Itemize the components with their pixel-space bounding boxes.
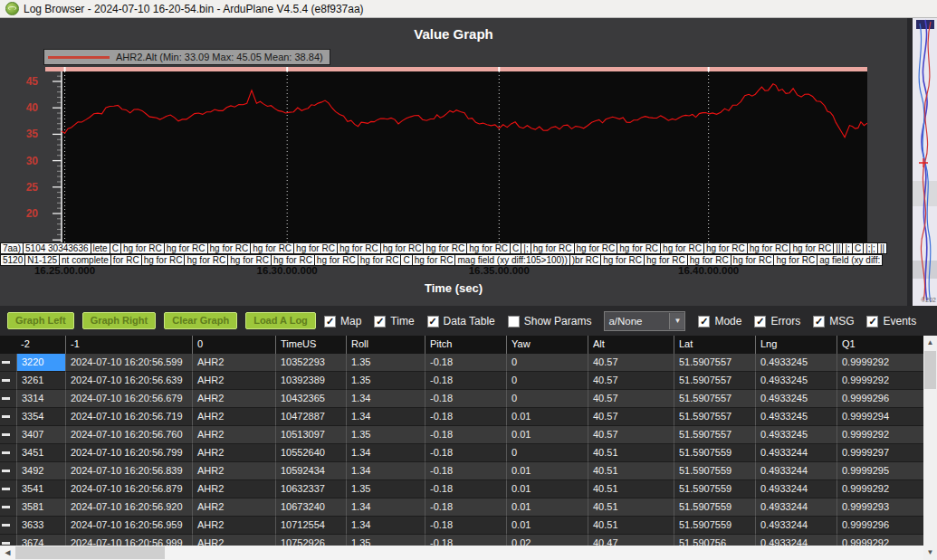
scroll-left-icon[interactable]: ◄: [0, 546, 15, 560]
table-cell[interactable]: 10392389: [275, 372, 346, 390]
event-marker[interactable]: hg for RC: [617, 242, 661, 254]
table-cell[interactable]: 3633: [16, 517, 65, 535]
scroll-down-icon[interactable]: ▼: [923, 546, 937, 560]
column-header-lng[interactable]: Lng: [755, 336, 837, 354]
table-cell[interactable]: -0.18: [425, 480, 506, 498]
checked-checkbox-icon[interactable]: ✓: [813, 316, 825, 327]
table-cell[interactable]: 0.4933244: [755, 462, 837, 480]
row-selector[interactable]: [0, 517, 16, 535]
event-marker[interactable]: hg for RC: [423, 242, 467, 254]
event-marker[interactable]: hg for RC: [250, 242, 294, 254]
table-cell[interactable]: 10472887: [275, 408, 346, 426]
checkbox-map[interactable]: ✓Map: [324, 315, 361, 327]
table-cell[interactable]: AHR2: [192, 444, 275, 462]
table-cell[interactable]: 0.9999292: [837, 426, 923, 444]
table-cell[interactable]: 0.4933244: [755, 480, 837, 498]
table-cell[interactable]: 1.34: [346, 462, 425, 480]
event-marker[interactable]: 7aa): [0, 242, 24, 254]
event-marker[interactable]: C: [110, 242, 121, 254]
row-selector[interactable]: [0, 480, 16, 498]
table-cell[interactable]: 3581: [16, 498, 65, 517]
table-cell[interactable]: 51.5907559: [674, 462, 755, 480]
table-cell[interactable]: AHR2: [192, 390, 275, 408]
row-selector[interactable]: [0, 444, 16, 462]
table-cell[interactable]: 0.4933245: [755, 426, 837, 444]
table-cell[interactable]: 0: [506, 372, 588, 390]
column-header-timeus[interactable]: TimeUS: [275, 336, 346, 354]
row-selector[interactable]: [0, 354, 16, 372]
table-cell[interactable]: 3261: [16, 372, 65, 390]
table-cell[interactable]: 10673240: [275, 498, 346, 517]
table-cell[interactable]: AHR2: [192, 354, 275, 372]
table-cell[interactable]: 3314: [16, 390, 65, 408]
selected-cell[interactable]: 3220: [16, 354, 65, 372]
event-marker[interactable]: C: [510, 242, 521, 254]
event-marker[interactable]: lete: [91, 242, 110, 254]
table-cell[interactable]: 40.51: [588, 517, 674, 535]
table-cell[interactable]: 51.5907559: [674, 480, 755, 498]
column-header-0[interactable]: 0: [192, 336, 275, 354]
event-marker[interactable]: hg for RC: [531, 242, 575, 254]
table-cell[interactable]: 10352293: [275, 354, 346, 372]
table-cell[interactable]: 2024-07-10 16:20:56.839: [65, 462, 192, 480]
event-marker[interactable]: hg for RC: [703, 242, 748, 254]
event-marker[interactable]: hg for RC: [574, 242, 618, 254]
table-cell[interactable]: 2024-07-10 16:20:56.760: [65, 426, 192, 444]
load-a-log-button[interactable]: Load A Log: [245, 312, 316, 329]
table-cell[interactable]: -0.18: [425, 426, 506, 444]
table-cell[interactable]: 2024-07-10 16:20:56.679: [65, 390, 192, 408]
checked-checkbox-icon[interactable]: ✓: [698, 316, 710, 327]
checkbox-show-params[interactable]: Show Params: [508, 315, 592, 327]
table-cell[interactable]: 3541: [16, 480, 65, 498]
table-cell[interactable]: 0: [506, 354, 588, 372]
table-cell[interactable]: 10592434: [275, 462, 346, 480]
event-marker[interactable]: C: [400, 254, 412, 266]
table-cell[interactable]: 0.01: [506, 517, 588, 535]
clear-graph-button[interactable]: Clear Graph: [164, 312, 237, 329]
table-cell[interactable]: AHR2: [192, 517, 275, 535]
table-cell[interactable]: 40.51: [588, 444, 674, 462]
table-cell[interactable]: 0.4933245: [755, 372, 837, 390]
vertical-scroll-thumb[interactable]: [924, 351, 936, 389]
table-cell[interactable]: 3492: [16, 462, 65, 480]
table-cell[interactable]: 2024-07-10 16:20:56.799: [65, 444, 192, 462]
unchecked-checkbox-icon[interactable]: [508, 316, 520, 327]
chevron-down-icon[interactable]: ▼: [669, 313, 684, 329]
event-marker[interactable]: hg for RC: [293, 242, 338, 254]
table-cell[interactable]: 1.34: [346, 390, 425, 408]
table-cell[interactable]: 51.5907557: [674, 426, 755, 444]
event-marker[interactable]: ag field (xy diff:: [817, 254, 883, 266]
table-cell[interactable]: 0.01: [506, 462, 588, 480]
checked-checkbox-icon[interactable]: ✓: [324, 316, 336, 327]
event-marker[interactable]: ||: [877, 242, 887, 254]
legend[interactable]: AHR2.Alt (Min: 33.09 Max: 45.05 Mean: 38…: [43, 49, 330, 65]
checkbox-events[interactable]: ✓Events: [866, 315, 916, 327]
column-header-lat[interactable]: Lat: [674, 336, 755, 354]
event-marker[interactable]: hg for RC: [747, 242, 791, 254]
table-cell[interactable]: 0.9999297: [837, 444, 923, 462]
table-cell[interactable]: 0.9999296: [837, 390, 923, 408]
table-cell[interactable]: AHR2: [192, 498, 275, 517]
checked-checkbox-icon[interactable]: ✓: [866, 316, 878, 327]
graph-right-button[interactable]: Graph Right: [82, 312, 157, 329]
column-header--2[interactable]: -2: [16, 336, 65, 354]
table-cell[interactable]: -0.18: [425, 444, 506, 462]
column-header-roll[interactable]: Roll: [346, 336, 425, 354]
table-cell[interactable]: 0.01: [506, 408, 588, 426]
table-cell[interactable]: 0.01: [506, 480, 588, 498]
column-header-selector[interactable]: [0, 336, 16, 354]
table-cell[interactable]: 1.34: [346, 444, 425, 462]
table-cell[interactable]: AHR2: [192, 426, 275, 444]
table-cell[interactable]: -0.18: [425, 372, 506, 390]
table-cell[interactable]: 0.9999295: [837, 462, 923, 480]
checked-checkbox-icon[interactable]: ✓: [754, 316, 766, 327]
table-cell[interactable]: 2024-07-10 16:20:56.920: [65, 498, 192, 517]
table-cell[interactable]: 3354: [16, 408, 65, 426]
event-marker[interactable]: hg for RC: [380, 242, 425, 254]
event-marker[interactable]: hg for RC: [358, 254, 402, 266]
table-cell[interactable]: 1.35: [346, 426, 425, 444]
table-cell[interactable]: 51.5907557: [674, 408, 755, 426]
table-cell[interactable]: 40.51: [588, 462, 674, 480]
table-cell[interactable]: -0.18: [425, 498, 506, 517]
table-cell[interactable]: 51.5907557: [674, 372, 755, 390]
